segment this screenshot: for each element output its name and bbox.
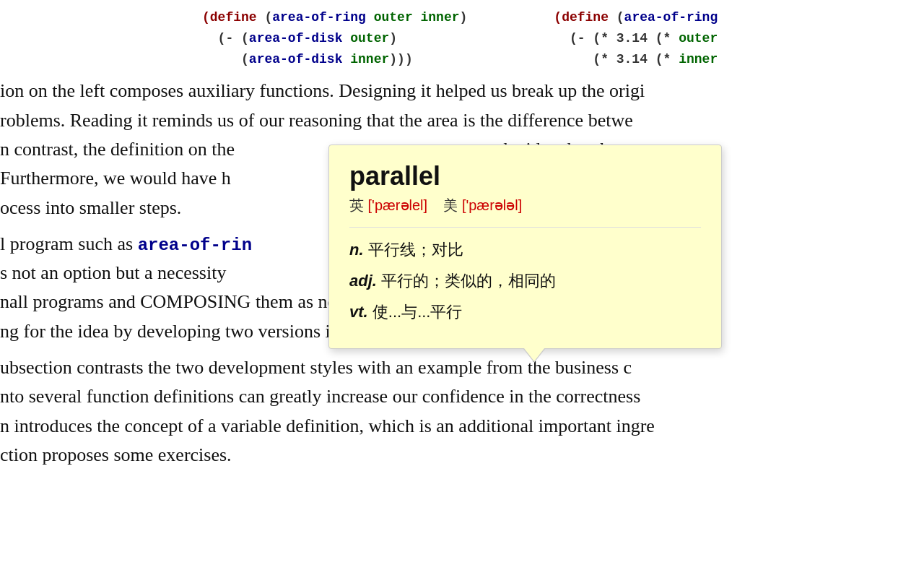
code-line-1: (define (area-of-ring outer inner) <box>202 7 467 28</box>
phon-brit-label: 英 <box>349 197 364 213</box>
code-right-line-1: (define (area-of-ring <box>554 7 718 28</box>
code-section: (define (area-of-ring outer inner) (- (a… <box>0 0 924 77</box>
pos-adj: adj. <box>349 272 377 290</box>
code-left: (define (area-of-ring outer inner) (- (a… <box>202 7 467 69</box>
code-right-line-2: (- (* 3.14 (* outer <box>554 28 718 49</box>
phon-brit: ['pærəlel] <box>368 197 428 213</box>
code-right-line-3: (* 3.14 (* inner <box>554 49 718 70</box>
dict-entry-adj: adj. 平行的；类似的，相同的 <box>349 269 701 293</box>
inline-code-area-of-ring: area-of-rin <box>138 236 252 255</box>
phon-us-label: 美 <box>443 197 458 213</box>
composing-text: COMPOSING <box>140 291 250 312</box>
prose-para-3: ubsection contrasts the two development … <box>0 353 924 470</box>
dict-divider <box>349 227 701 228</box>
pos-vt: vt. <box>349 303 368 321</box>
def-adj: 平行的；类似的，相同的 <box>381 272 556 290</box>
fn-name: area-of-ring <box>272 10 366 25</box>
dict-word: parallel <box>349 161 701 191</box>
dictionary-popup: parallel 英 ['pærəlel] 美 ['pærələl] n. 平行… <box>328 144 722 349</box>
phon-us: ['pærələl] <box>462 197 522 213</box>
code-line-3: (area-of-disk inner))) <box>202 49 467 70</box>
keyword-define: (define <box>202 10 257 25</box>
dict-entry-noun: n. 平行线；对比 <box>349 238 701 262</box>
def-vt: 使...与...平行 <box>372 303 463 321</box>
dict-entry-vt: vt. 使...与...平行 <box>349 300 701 324</box>
code-right: (define (area-of-ring (- (* 3.14 (* oute… <box>554 7 718 69</box>
dict-phonetics: 英 ['pærəlel] 美 ['pærələl] <box>349 196 701 215</box>
def-noun: 平行线；对比 <box>368 241 463 259</box>
pos-noun: n. <box>349 241 364 259</box>
code-line-2: (- (area-of-disk outer) <box>202 28 467 49</box>
